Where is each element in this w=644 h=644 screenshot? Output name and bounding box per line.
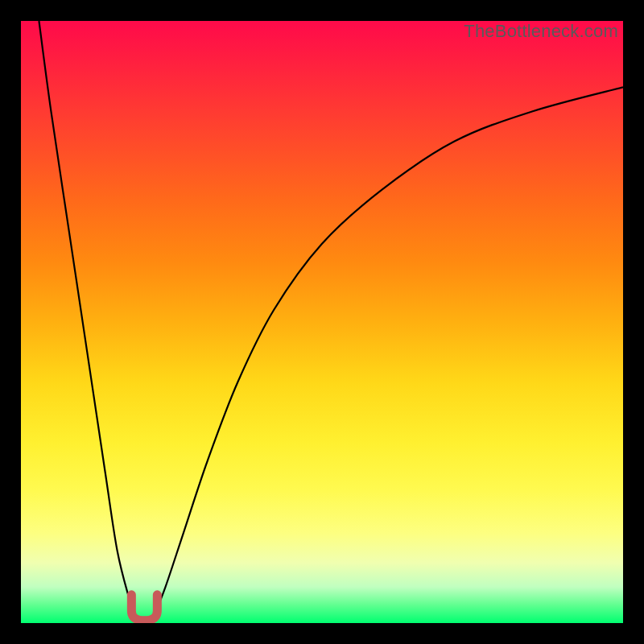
chart-svg xyxy=(21,21,623,623)
chart-frame: TheBottleneck.com xyxy=(0,0,644,644)
bottleneck-curve-right xyxy=(151,87,623,623)
bottleneck-curve-left xyxy=(39,21,138,623)
minimum-marker-u xyxy=(131,595,157,621)
chart-plot-area: TheBottleneck.com xyxy=(21,21,623,623)
